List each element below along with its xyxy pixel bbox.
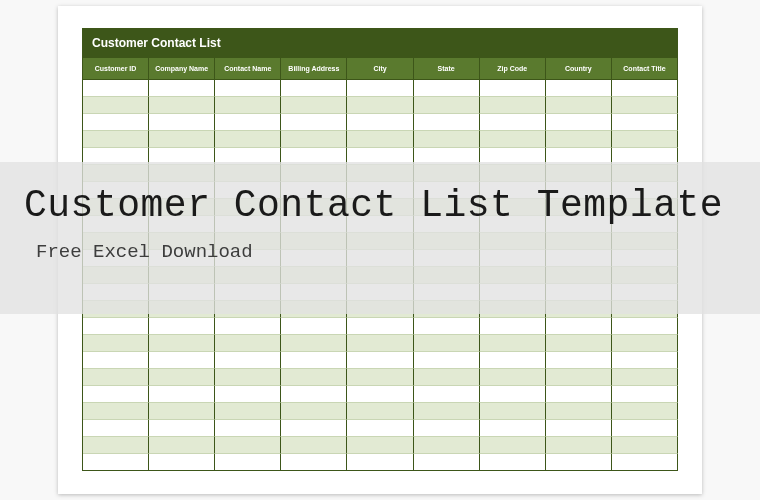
table-cell — [347, 437, 413, 454]
table-cell — [215, 369, 281, 386]
table-cell — [83, 131, 149, 148]
table-cell — [612, 318, 678, 335]
table-cell — [546, 335, 612, 352]
table-cell — [281, 403, 347, 420]
table-cell — [83, 369, 149, 386]
table-cell — [281, 420, 347, 437]
table-cell — [281, 80, 347, 97]
table-cell — [612, 97, 678, 114]
table-cell — [149, 437, 215, 454]
table-cell — [281, 318, 347, 335]
table-cell — [149, 114, 215, 131]
table-row — [83, 335, 678, 352]
table-cell — [281, 386, 347, 403]
table-cell — [414, 335, 480, 352]
table-cell — [83, 97, 149, 114]
table-cell — [215, 386, 281, 403]
table-cell — [612, 335, 678, 352]
table-cell — [215, 97, 281, 114]
table-cell — [414, 318, 480, 335]
table-row — [83, 386, 678, 403]
table-cell — [414, 420, 480, 437]
promo-overlay: Customer Contact List Template Free Exce… — [0, 162, 760, 314]
table-cell — [546, 369, 612, 386]
table-cell — [149, 386, 215, 403]
table-row — [83, 403, 678, 420]
table-cell — [281, 437, 347, 454]
table-cell — [480, 97, 546, 114]
table-cell — [83, 318, 149, 335]
table-cell — [83, 454, 149, 471]
table-cell — [347, 352, 413, 369]
table-cell — [347, 318, 413, 335]
overlay-subtitle: Free Excel Download — [36, 241, 760, 263]
table-row — [83, 97, 678, 114]
table-cell — [612, 437, 678, 454]
table-cell — [546, 80, 612, 97]
table-cell — [414, 454, 480, 471]
table-cell — [414, 369, 480, 386]
table-cell — [612, 114, 678, 131]
table-cell — [347, 335, 413, 352]
table-cell — [347, 403, 413, 420]
table-row — [83, 437, 678, 454]
table-cell — [480, 318, 546, 335]
table-cell — [281, 114, 347, 131]
table-cell — [149, 131, 215, 148]
table-cell — [83, 335, 149, 352]
table-cell — [347, 114, 413, 131]
table-cell — [347, 420, 413, 437]
sheet-title: Customer Contact List — [82, 28, 678, 58]
table-cell — [480, 420, 546, 437]
table-cell — [546, 454, 612, 471]
table-cell — [83, 114, 149, 131]
table-cell — [149, 403, 215, 420]
table-cell — [347, 80, 413, 97]
column-header: State — [414, 58, 480, 80]
table-cell — [414, 403, 480, 420]
table-cell — [149, 97, 215, 114]
table-cell — [546, 352, 612, 369]
table-cell — [480, 454, 546, 471]
table-cell — [480, 114, 546, 131]
table-cell — [414, 352, 480, 369]
table-cell — [149, 454, 215, 471]
column-header: Contact Name — [215, 58, 281, 80]
table-cell — [281, 369, 347, 386]
table-cell — [546, 386, 612, 403]
table-cell — [347, 131, 413, 148]
table-cell — [546, 318, 612, 335]
table-cell — [347, 97, 413, 114]
table-cell — [480, 352, 546, 369]
column-header: Country — [546, 58, 612, 80]
table-cell — [612, 369, 678, 386]
table-cell — [480, 369, 546, 386]
table-cell — [149, 369, 215, 386]
table-cell — [281, 131, 347, 148]
table-cell — [546, 97, 612, 114]
column-header: Customer ID — [83, 58, 149, 80]
table-cell — [83, 403, 149, 420]
table-cell — [215, 114, 281, 131]
table-cell — [215, 335, 281, 352]
table-row — [83, 80, 678, 97]
table-cell — [612, 420, 678, 437]
table-cell — [480, 131, 546, 148]
column-header: Billing Address — [281, 58, 347, 80]
table-cell — [281, 352, 347, 369]
table-row — [83, 318, 678, 335]
column-header: Company Name — [149, 58, 215, 80]
table-cell — [215, 80, 281, 97]
table-cell — [414, 114, 480, 131]
table-cell — [215, 454, 281, 471]
table-cell — [612, 80, 678, 97]
table-cell — [347, 454, 413, 471]
column-header: Zip Code — [480, 58, 546, 80]
table-cell — [546, 437, 612, 454]
table-cell — [83, 386, 149, 403]
column-header-row: Customer ID Company Name Contact Name Bi… — [82, 58, 678, 80]
table-cell — [149, 352, 215, 369]
table-cell — [149, 80, 215, 97]
table-row — [83, 454, 678, 471]
table-cell — [414, 97, 480, 114]
